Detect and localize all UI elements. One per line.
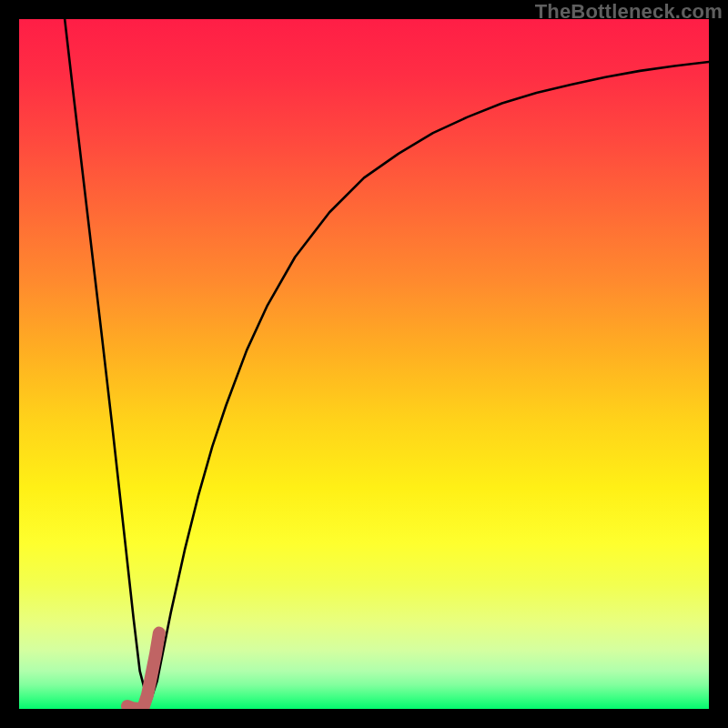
chart-frame: TheBottleneck.com	[0, 0, 728, 728]
chart-svg	[19, 19, 709, 709]
plot-area	[19, 19, 709, 709]
gradient-background	[19, 19, 709, 709]
watermark-text: TheBottleneck.com	[535, 0, 723, 24]
